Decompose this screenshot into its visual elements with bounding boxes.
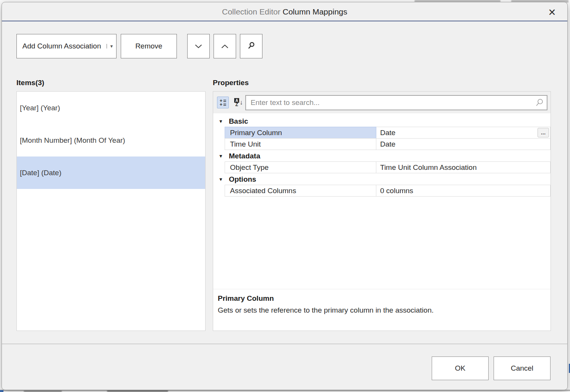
add-column-association-label[interactable]: Add Column Association: [17, 42, 107, 50]
property-value-cell[interactable]: Date: [376, 138, 551, 150]
property-value-cell[interactable]: Date…: [376, 127, 551, 139]
dialog-title-main: Column Mappings: [283, 7, 347, 16]
close-icon[interactable]: ✕: [546, 6, 558, 18]
property-name-cell[interactable]: Time Unit: [225, 138, 376, 150]
property-search-box: [245, 95, 547, 110]
dialog-title-prefix: Collection Editor: [222, 7, 283, 16]
collection-editor-dialog: Collection Editor Column Mappings ✕ Add …: [2, 2, 568, 390]
items-header: Items(3): [16, 79, 44, 87]
properties-panel: +≡ +≡ AZ ↓ ▼BasicPrimary ColumnDate…Time…: [213, 91, 551, 331]
list-item[interactable]: [Date] (Date): [17, 156, 205, 189]
property-row: Time UnitDate: [213, 138, 551, 150]
property-description-title: Primary Column: [218, 294, 546, 303]
property-category-row[interactable]: ▼Metadata: [213, 150, 551, 162]
find-button[interactable]: [240, 34, 262, 58]
property-search-input[interactable]: [246, 98, 535, 107]
dialog-title: Collection Editor Column Mappings: [2, 2, 567, 21]
property-name-cell[interactable]: Object Type: [225, 161, 376, 173]
ellipsis-button[interactable]: …: [538, 128, 549, 137]
property-row: Primary ColumnDate…: [213, 127, 551, 139]
property-category-row[interactable]: ▼Options: [213, 173, 551, 185]
property-value-text: Date: [380, 129, 395, 137]
properties-header: Properties: [213, 79, 249, 87]
categorized-view-icon: +≡ +≡: [220, 99, 226, 106]
move-up-button[interactable]: [214, 34, 236, 58]
property-category-row[interactable]: ▼Basic: [213, 115, 551, 127]
property-value-cell[interactable]: Time Unit Column Association: [376, 161, 551, 173]
add-dropdown-icon[interactable]: ▼: [107, 44, 116, 48]
category-expanded-icon: ▼: [219, 153, 223, 159]
chevron-up-icon: [221, 42, 228, 50]
background-artifact: [107, 390, 168, 392]
list-item[interactable]: [Month Number] (Month Of Year): [17, 124, 205, 156]
property-row: Object TypeTime Unit Column Association: [213, 161, 551, 173]
property-row: Associated Columns0 columns: [213, 185, 551, 197]
background-artifact: [24, 390, 62, 392]
ok-button[interactable]: OK: [432, 357, 489, 380]
property-grid: ▼BasicPrimary ColumnDate…Time UnitDate▼M…: [213, 115, 551, 197]
property-value-cell[interactable]: 0 columns: [376, 185, 551, 197]
toolbar: Add Column Association ▼ Remove: [16, 34, 262, 58]
category-name: Metadata: [229, 152, 260, 160]
title-bar[interactable]: Collection Editor Column Mappings ✕: [2, 2, 567, 21]
property-description: Primary Column Gets or sets the referenc…: [213, 289, 551, 331]
dialog-footer: OK Cancel: [2, 344, 567, 390]
property-grid-toolbar: +≡ +≡ AZ ↓: [213, 92, 551, 113]
categorized-view-button[interactable]: +≡ +≡: [217, 97, 229, 108]
property-name-cell[interactable]: Primary Column: [225, 127, 376, 139]
remove-button[interactable]: Remove: [121, 34, 177, 58]
background-artifact: [0, 390, 3, 392]
category-name: Basic: [229, 117, 248, 126]
items-list: [Year] (Year)[Month Number] (Month Of Ye…: [16, 91, 206, 331]
search-icon: [248, 42, 255, 51]
cancel-button[interactable]: Cancel: [494, 357, 551, 380]
alphabetical-sort-button[interactable]: AZ ↓: [233, 97, 245, 108]
move-down-button[interactable]: [187, 34, 210, 58]
add-column-association-button[interactable]: Add Column Association ▼: [16, 34, 117, 58]
property-description-text: Gets or sets the reference to the primar…: [218, 306, 546, 315]
category-name: Options: [229, 175, 256, 184]
category-expanded-icon: ▼: [219, 177, 223, 182]
category-expanded-icon: ▼: [219, 119, 223, 124]
list-item[interactable]: [Year] (Year): [17, 92, 205, 124]
alphabetical-sort-icon: AZ ↓: [234, 98, 243, 107]
chevron-down-icon: [195, 42, 202, 50]
search-icon: [535, 98, 544, 107]
property-name-cell[interactable]: Associated Columns: [225, 185, 376, 197]
